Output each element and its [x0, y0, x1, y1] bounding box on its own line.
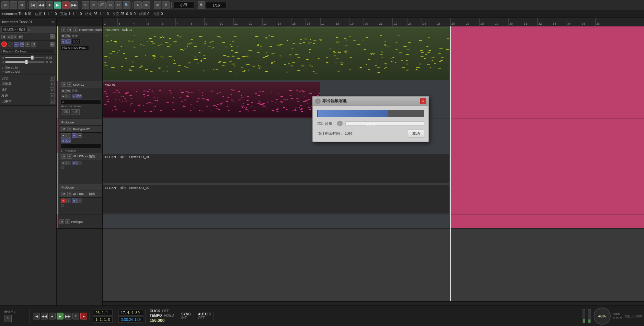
mute-btn[interactable]: M: [1, 35, 6, 39]
track1-cd[interactable]: CD: [66, 39, 71, 44]
cancel-btn[interactable]: 取消: [408, 130, 424, 137]
sends-expand-btn[interactable]: ▷: [50, 93, 55, 98]
toolbar-rewind-btn[interactable]: |◀: [29, 1, 37, 9]
audio1-clip[interactable]: 41 LIXN - · 输出 - Stereo Out_01: [103, 154, 449, 183]
toolbar-forward-btn[interactable]: ▶▶: [70, 1, 78, 9]
track1-plugin[interactable]: Piano In Da Hou...: [61, 45, 89, 50]
track2-rec[interactable]: ●: [61, 94, 66, 98]
toolbar-snap-btn[interactable]: ⊞: [154, 1, 161, 9]
toolbar-select-btn[interactable]: ⊡: [106, 1, 114, 9]
insert-expand-btn[interactable]: ▷: [50, 87, 55, 92]
track3-mon[interactable]: ○: [66, 133, 71, 138]
toolbar-grid-btn[interactable]: ⊞: [1, 1, 9, 9]
track1-e[interactable]: e: [61, 39, 66, 44]
toolbar-pencil-btn[interactable]: ✏: [90, 1, 97, 9]
toolbar-play-btn[interactable]: ▶: [54, 1, 61, 9]
track5-rec[interactable]: ●: [61, 198, 66, 203]
eq-btn[interactable]: ≡: [25, 42, 30, 47]
volume-handle[interactable]: [31, 56, 34, 60]
track1-write[interactable]: W: [66, 34, 71, 38]
track3-r[interactable]: R: [72, 133, 77, 138]
strip-expand-btn[interactable]: ▷: [50, 76, 55, 81]
track3-e[interactable]: e: [61, 138, 66, 143]
track1-s[interactable]: S: [73, 27, 78, 32]
track2-s[interactable]: S: [67, 82, 72, 87]
track4-mon[interactable]: ○: [66, 161, 71, 165]
dyn-btn[interactable]: ⊡: [31, 42, 36, 47]
pan-handle[interactable]: [25, 60, 28, 64]
blue-btn2[interactable]: CD: [20, 42, 24, 47]
transport-play-btn[interactable]: ▶: [57, 313, 64, 319]
track3-rec[interactable]: ●: [61, 133, 66, 138]
track4-s[interactable]: S: [67, 154, 72, 159]
transport-stop-btn[interactable]: ■: [49, 313, 56, 319]
track4-m[interactable]: M: [61, 154, 66, 159]
snap-display[interactable]: 小节: [173, 1, 194, 9]
track1-expand[interactable]: ▷: [61, 27, 66, 32]
track2-cd[interactable]: CD: [77, 94, 82, 98]
plugin-expand-icon[interactable]: ▷: [28, 28, 31, 32]
toolbar-zoom-icon[interactable]: 🔍: [198, 1, 205, 9]
plugin-name[interactable]: 41 LIXN - · 输02: [1, 27, 27, 33]
track5-s[interactable]: S: [67, 192, 72, 196]
track6-m[interactable]: M: [59, 219, 64, 224]
track2-read[interactable]: R: [61, 89, 66, 93]
panel-refresh-icon[interactable]: ↻: [51, 20, 54, 24]
instrument-name-display[interactable]: Piano In Da Hou...: [1, 49, 55, 54]
toolbar-split-btn[interactable]: ✂: [115, 1, 122, 9]
dialog-close-btn[interactable]: ×: [420, 98, 426, 104]
transport-loop-btn[interactable]: ↻: [72, 313, 79, 319]
track3-m[interactable]: M: [61, 127, 66, 131]
track2-e[interactable]: e: [72, 94, 77, 98]
midi-clip[interactable]: MIDI 01: [103, 82, 320, 118]
transport-record-btn[interactable]: ●: [80, 313, 87, 319]
track3-cd[interactable]: CD: [66, 138, 71, 143]
monitor-btn[interactable]: [8, 42, 13, 47]
record-indicator[interactable]: [1, 41, 7, 47]
toolbar-zoom-btn[interactable]: 🔍: [123, 1, 130, 9]
toolbar-cursor-btn[interactable]: ↖: [82, 1, 89, 9]
track5-m[interactable]: M: [61, 192, 66, 196]
instrument-clip[interactable]: Instrument Track 01: [103, 27, 449, 80]
history-btn[interactable]: ↻: [4, 315, 12, 322]
track2-note-btn[interactable]: 位置: [71, 109, 80, 114]
track2-m[interactable]: M: [61, 82, 66, 87]
quantize-display[interactable]: 1/16: [206, 2, 227, 8]
toolbar-settings-btn[interactable]: ⚙: [18, 1, 25, 9]
solo-btn[interactable]: S: [7, 35, 12, 39]
toolbar-hash-btn[interactable]: #: [162, 1, 170, 9]
toolbar-eraser-btn[interactable]: ⌫: [98, 1, 106, 9]
blue-btn1[interactable]: e: [14, 42, 19, 47]
track5-icons2[interactable]: ↔: [77, 198, 82, 203]
toolbar-loop-btn[interactable]: ↻: [134, 1, 142, 9]
track3-s[interactable]: S: [67, 127, 72, 131]
track2-mon[interactable]: ○: [66, 94, 71, 98]
track5-mon[interactable]: ○: [66, 198, 71, 203]
toolbar-stop-btn[interactable]: ■: [46, 1, 53, 9]
hscrollbar[interactable]: [103, 301, 644, 305]
track1-read[interactable]: R: [61, 34, 66, 38]
read-btn[interactable]: R: [12, 35, 17, 39]
track3-w[interactable]: W: [77, 133, 82, 138]
track5-e[interactable]: e: [72, 198, 77, 203]
track2-score-btn[interactable]: 乐谱: [61, 109, 70, 114]
eq-expand-btn[interactable]: ▷: [50, 82, 55, 86]
track4-e[interactable]: e: [72, 161, 77, 165]
toolbar-punch-btn[interactable]: ⊕: [142, 1, 150, 9]
write-btn[interactable]: W: [18, 35, 23, 39]
track3-plugin[interactable]: 1 - Prologue: [61, 149, 101, 152]
transport-prev-btn[interactable]: ◀◀: [41, 313, 48, 319]
track2-write[interactable]: W: [66, 89, 71, 93]
transport-rewind-btn[interactable]: |◀: [33, 313, 40, 319]
audio2-clip[interactable]: 41 LIXN - · 输出 - Stereo Out_02: [103, 185, 449, 214]
toolbar-back-btn[interactable]: ◀◀: [37, 1, 45, 9]
panel-close-icon[interactable]: ×: [50, 34, 55, 39]
track4-rec[interactable]: ●: [61, 161, 66, 165]
toolbar-menu-btn[interactable]: ☰: [10, 1, 17, 9]
export-dialog[interactable]: ♪ 导出音频缩混 × 66 % 试听音量 i 预计剩余时间：: [312, 96, 429, 142]
transport-next-btn[interactable]: ▶▶: [65, 313, 71, 319]
edit-icon[interactable]: ✏: [50, 42, 55, 47]
track1-m[interactable]: M: [67, 27, 72, 32]
toolbar-record-btn[interactable]: ●: [62, 1, 70, 9]
track4-icons2[interactable]: ↔: [77, 161, 82, 165]
